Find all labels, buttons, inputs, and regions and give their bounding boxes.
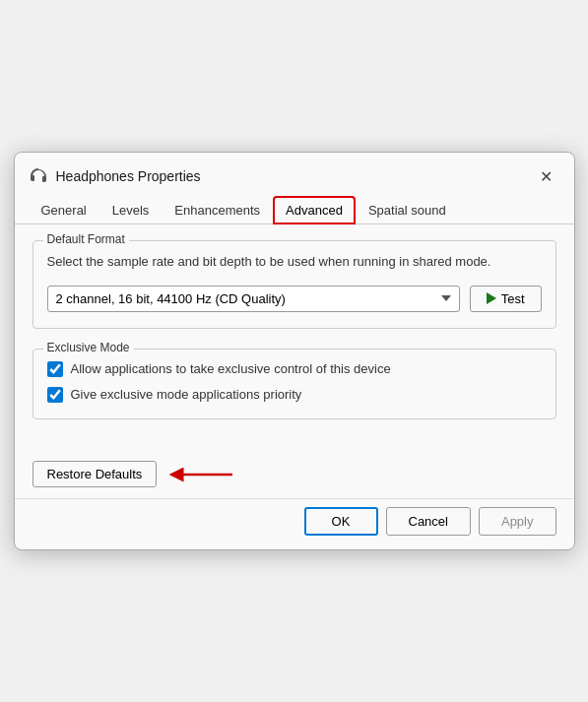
dialog-title: Headphones Properties — [56, 168, 533, 184]
tab-bar: General Levels Enhancements Advanced Spa… — [15, 196, 574, 224]
format-select[interactable]: 2 channel, 16 bit, 44100 Hz (CD Quality)… — [47, 286, 460, 312]
exclusive-priority-row: Give exclusive mode applications priorit… — [47, 387, 542, 403]
tab-levels[interactable]: Levels — [99, 196, 163, 224]
title-bar: Headphones Properties ✕ — [15, 153, 574, 196]
tab-general[interactable]: General — [29, 196, 99, 224]
restore-defaults-button[interactable]: Restore Defaults — [33, 461, 158, 487]
headphones-icon — [29, 166, 48, 186]
default-format-label: Default Format — [43, 232, 129, 246]
play-icon — [487, 292, 496, 304]
tab-enhancements[interactable]: Enhancements — [162, 196, 273, 224]
default-format-section: Default Format Select the sample rate an… — [33, 240, 556, 328]
arrow-indicator — [168, 461, 237, 488]
default-format-description: Select the sample rate and bit depth to … — [47, 253, 542, 271]
cancel-button[interactable]: Cancel — [386, 507, 471, 536]
exclusive-control-checkbox[interactable] — [47, 361, 63, 377]
exclusive-mode-label: Exclusive Mode — [43, 341, 134, 354]
dialog-footer: OK Cancel Apply — [15, 498, 574, 549]
format-row: 2 channel, 16 bit, 44100 Hz (CD Quality)… — [47, 286, 542, 312]
exclusive-priority-label[interactable]: Give exclusive mode applications priorit… — [71, 387, 302, 402]
ok-button[interactable]: OK — [304, 507, 378, 536]
exclusive-mode-section: Exclusive Mode Allow applications to tak… — [33, 349, 556, 419]
exclusive-priority-checkbox[interactable] — [47, 387, 63, 403]
test-button-label: Test — [501, 291, 525, 306]
apply-button[interactable]: Apply — [479, 507, 556, 536]
exclusive-control-row: Allow applications to take exclusive con… — [47, 361, 542, 377]
dialog-body: Default Format Select the sample rate an… — [15, 224, 574, 450]
exclusive-control-label[interactable]: Allow applications to take exclusive con… — [71, 361, 391, 376]
tab-spatial-sound[interactable]: Spatial sound — [356, 196, 459, 224]
headphones-properties-dialog: Headphones Properties ✕ General Levels E… — [14, 152, 575, 549]
tab-advanced[interactable]: Advanced — [273, 196, 356, 224]
test-button[interactable]: Test — [470, 286, 542, 312]
restore-row: Restore Defaults — [15, 451, 574, 498]
close-button[interactable]: ✕ — [533, 162, 560, 190]
